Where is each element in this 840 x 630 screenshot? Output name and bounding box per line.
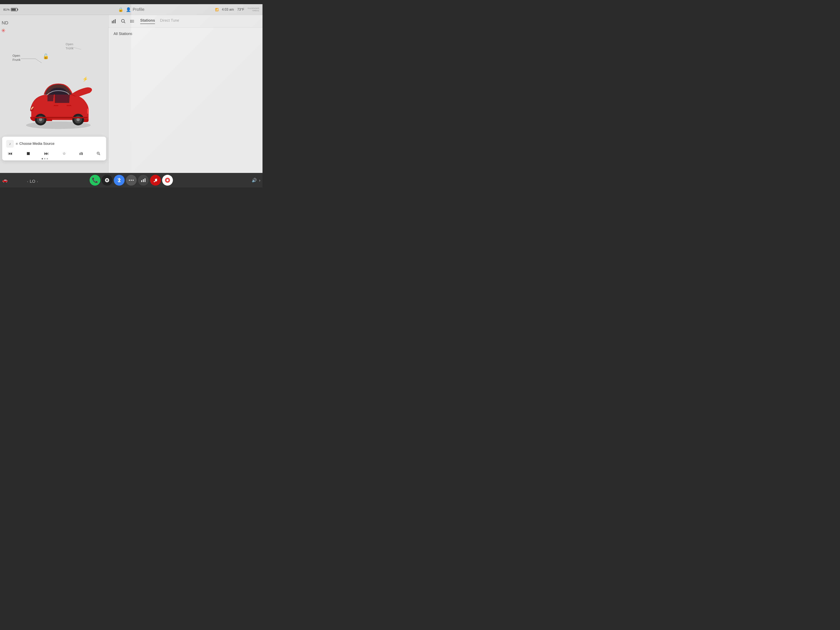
skip-back-button[interactable]: ⏮ [8,151,13,156]
car-icon[interactable]: 🚗 [2,177,8,183]
svg-rect-7 [54,105,58,106]
right-panel: Stations Direct Tune All Stations [108,15,262,179]
battery-icon [11,8,17,11]
svg-rect-9 [87,109,89,114]
camera-button[interactable] [102,175,112,186]
battery-indicator: 81% [3,8,17,11]
status-bar: 81% 🔒 👤 Profile 📶 4:03 am 73°F PASSENGER… [0,4,262,15]
taskbar-center: 📞 [90,175,173,186]
favorite-button[interactable]: ☆ [63,151,66,156]
media-player: ♪ ✳ Choose Media Source ⏮ ⏹ ⏭ ☆ [2,137,106,160]
status-right: 📶 4:03 am 73°F PASSENGER AIRBAG [215,7,259,12]
svg-rect-35 [145,178,145,182]
svg-rect-34 [143,179,144,182]
svg-point-31 [131,180,132,181]
dot-1 [42,158,43,159]
search-media-button[interactable] [97,152,100,155]
media-source-row: ♪ ✳ Choose Media Source [6,140,102,147]
svg-rect-15 [113,20,114,23]
skip-forward-button[interactable]: ⏭ [44,151,49,156]
svg-point-29 [107,180,107,181]
status-left: 81% [3,8,17,11]
svg-point-37 [166,179,169,181]
svg-point-25 [97,152,99,154]
choose-media-source-label[interactable]: ✳ Choose Media Source [16,142,54,146]
chevron-left-icon[interactable]: ‹ [27,180,28,183]
temperature-display: 73°F [237,8,245,11]
volume-bars-icon[interactable] [112,19,117,23]
profile-label: Profile [133,7,145,12]
svg-point-3 [39,118,42,121]
svg-rect-22 [80,153,80,155]
radio-tabs: Stations Direct Tune [140,18,179,24]
stop-button[interactable]: ⏹ [26,151,31,156]
phone-button[interactable]: 📞 [90,175,100,186]
taskbar-left: 🚗 [2,177,8,183]
svg-rect-33 [141,180,142,182]
record-button[interactable] [162,175,173,186]
more-button[interactable] [126,175,137,186]
svg-line-18 [124,22,125,23]
bluetooth-button[interactable] [114,175,125,186]
svg-rect-8 [67,105,71,106]
svg-point-17 [122,19,125,22]
nd-text: ND [2,20,8,25]
dot-2 [44,158,46,159]
filter-icon[interactable] [130,19,134,23]
volume-more-icon: › [259,178,261,183]
lo-label: ‹ LO › [27,179,38,184]
sun-icon: ✳ [1,27,6,34]
signal-icon: 📶 [215,8,218,11]
taskbar-right: 🔊 › [252,178,261,183]
music-button[interactable] [150,175,161,186]
profile-section[interactable]: 👤 Profile [126,7,145,12]
media-controls: ⏮ ⏹ ⏭ ☆ [6,151,102,156]
equalizer-button[interactable] [79,152,83,155]
search-icon[interactable] [121,19,126,24]
direct-tune-tab[interactable]: Direct Tune [160,18,179,24]
all-stations-label[interactable]: All Stations [114,32,257,36]
display-button[interactable] [138,175,149,186]
svg-point-32 [133,180,134,181]
taskbar: 🚗 ‹ LO › 📞 [0,173,262,188]
svg-rect-24 [82,153,83,155]
person-icon: 👤 [126,7,131,12]
stations-tab[interactable]: Stations [140,18,155,24]
svg-line-26 [99,154,100,155]
music-note-icon: ♪ [6,140,14,147]
svg-rect-14 [112,21,113,23]
chevron-right-icon[interactable]: › [37,180,38,183]
battery-percent: 81% [3,8,9,11]
dot-3 [47,158,48,159]
volume-icon[interactable]: 🔊 [252,178,257,183]
stations-content: All Stations [109,27,262,179]
status-center: 🔒 👤 Profile [118,7,145,12]
radio-controls: Stations Direct Tune [109,15,262,27]
passenger-airbag-label: PASSENGER AIRBAG [248,7,259,12]
time-display: 4:03 am [222,8,234,11]
svg-point-30 [129,180,130,181]
svg-rect-23 [81,152,82,155]
svg-point-6 [76,118,80,121]
svg-rect-16 [115,19,115,23]
page-dots [42,158,48,159]
bluetooth-star-icon: ✳ [16,142,18,146]
lock-icon[interactable]: 🔒 [118,7,123,12]
